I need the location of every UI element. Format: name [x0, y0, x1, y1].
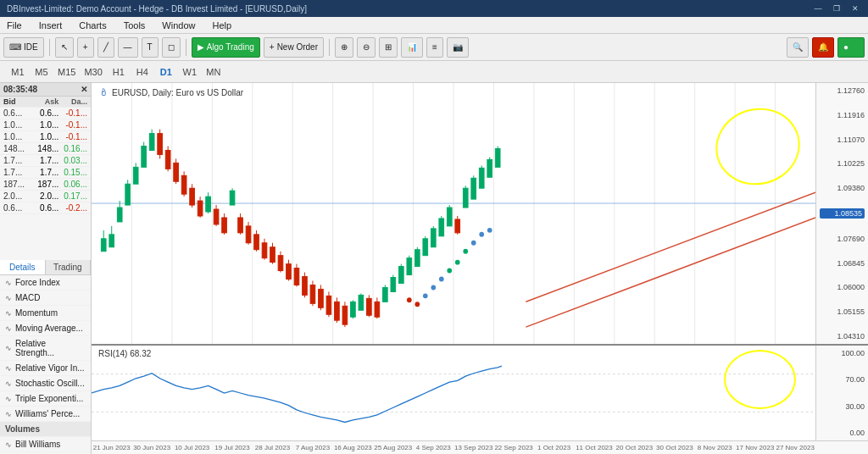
indicator-icon: ∿: [5, 395, 12, 403]
watch-row[interactable]: 148... 148... 0.16...: [0, 143, 91, 155]
rsi-chart: RSI(14) 68.32 100.00: [92, 346, 868, 440]
watch-row[interactable]: 187... 187... 0.06...: [0, 179, 91, 191]
time-1: 21 Jun 2023: [92, 444, 131, 451]
toolbar-shape-btn[interactable]: ◻: [162, 37, 181, 58]
svg-rect-98: [407, 258, 412, 275]
price-07690: 1.07690: [820, 235, 865, 243]
candlestick-chart-svg: [92, 83, 815, 344]
time-9: 4 Sep 2023: [414, 444, 453, 451]
watch-row[interactable]: 1.7... 1.7... 0.03...: [0, 155, 91, 167]
svg-rect-46: [198, 201, 203, 216]
menu-bar: File Insert Charts Tools Window Help: [0, 17, 868, 34]
toolbar-hline-btn[interactable]: —: [118, 37, 138, 58]
time-4: 19 Jul 2023: [212, 444, 252, 451]
time-6: 7 Aug 2023: [292, 444, 332, 451]
alert-btn[interactable]: 🔔: [812, 37, 834, 58]
nav-indicator-item[interactable]: ∿Triple Exponenti...: [0, 391, 91, 407]
watch-row[interactable]: 0.6... 0.6... -0.1...: [0, 108, 91, 119]
toolbar-cursor-btn[interactable]: ↖: [55, 37, 74, 58]
tf-m15[interactable]: M15: [54, 64, 79, 80]
rsi-0: 0.00: [820, 429, 865, 437]
svg-rect-54: [222, 218, 227, 233]
status-btn[interactable]: ●: [837, 37, 865, 58]
toolbar-text-btn[interactable]: T: [142, 37, 159, 58]
nav-indicator-item[interactable]: ∿Relative Vigor In...: [0, 361, 91, 376]
nav-indicator-item[interactable]: ∿Moving Average...: [0, 321, 91, 336]
menu-tools[interactable]: Tools: [120, 20, 149, 30]
toolbar-ide-btn[interactable]: ⌨ IDE: [3, 37, 44, 58]
watch-row[interactable]: 1.0... 1.0... -0.1...: [0, 131, 91, 143]
nav-indicator-item[interactable]: ∿MACD: [0, 291, 91, 306]
watchlist-column-headers: Bid Ask Da...: [0, 97, 91, 108]
svg-rect-120: [495, 148, 500, 167]
indicator-icon: ∿: [5, 440, 12, 449]
tab-trading[interactable]: Trading: [46, 260, 92, 274]
indicator-label: Relative Strength...: [15, 339, 86, 357]
algo-trading-btn[interactable]: ▶ Algo Trading: [192, 37, 260, 58]
toolbar-crosshair-btn[interactable]: +: [77, 37, 94, 58]
chart-type-btn[interactable]: ⊞: [379, 37, 398, 58]
toolbar-line-btn[interactable]: ╱: [97, 37, 114, 58]
svg-rect-102: [423, 239, 428, 256]
search-btn[interactable]: 🔍: [787, 37, 809, 58]
svg-rect-70: [294, 269, 299, 285]
nav-indicator-item[interactable]: ∿Williams' Perce...: [0, 407, 91, 422]
nav-indicator-item[interactable]: ∿Bill Williams: [0, 437, 91, 452]
watch-row[interactable]: 1.7... 1.7... 0.15...: [0, 167, 91, 179]
nav-indicator-item[interactable]: ∿Stochastic Oscill...: [0, 376, 91, 391]
time-8: 25 Aug 2023: [373, 444, 413, 451]
price-09380: 1.09380: [820, 184, 865, 192]
tf-m5[interactable]: M5: [31, 64, 53, 80]
indicator-icon: ∿: [5, 410, 12, 418]
watch-row[interactable]: 2.0... 2.0... 0.17...: [0, 191, 91, 202]
zoom-out-btn[interactable]: ⊖: [357, 37, 376, 58]
watchlist-close-icon[interactable]: ✕: [81, 85, 87, 94]
svg-rect-66: [278, 256, 283, 271]
nav-indicator-item[interactable]: ∿Force Index: [0, 275, 91, 291]
tf-h1[interactable]: H1: [108, 64, 130, 80]
screenshot-btn[interactable]: 📷: [447, 37, 469, 58]
nav-category[interactable]: Volumes: [0, 422, 91, 437]
indicator-label: Williams' Perce...: [15, 409, 80, 418]
svg-rect-22: [101, 239, 106, 252]
tf-m1[interactable]: M1: [7, 64, 29, 80]
close-button[interactable]: ✕: [849, 3, 861, 14]
menu-window[interactable]: Window: [159, 20, 198, 30]
indicators-btn[interactable]: 📊: [401, 37, 423, 58]
indicator-icon: ∿: [5, 324, 12, 333]
svg-rect-92: [382, 287, 387, 302]
menu-help[interactable]: Help: [209, 20, 235, 30]
indicator-label: Relative Vigor In...: [15, 363, 85, 373]
price-05155: 1.05155: [820, 307, 865, 316]
tf-d1[interactable]: D1: [155, 64, 177, 80]
toolbar-sep-2: [186, 39, 186, 56]
main-chart[interactable]: 🕯 EURUSD, Daily: Euro vs US Dollar: [92, 83, 868, 346]
time-5: 28 Jul 2023: [253, 444, 292, 451]
zoom-in-btn[interactable]: ⊕: [335, 37, 353, 58]
svg-rect-76: [319, 289, 324, 307]
tf-mn[interactable]: MN: [203, 64, 225, 80]
restore-button[interactable]: ❐: [831, 3, 843, 14]
rsi-label: RSI(14) 68.32: [98, 349, 151, 358]
svg-rect-32: [142, 147, 147, 168]
svg-rect-34: [149, 134, 154, 151]
menu-charts[interactable]: Charts: [75, 20, 109, 30]
minimize-button[interactable]: —: [812, 3, 824, 14]
toolbar-sep-1: [49, 39, 50, 56]
tab-details[interactable]: Details: [0, 260, 46, 274]
time-13: 11 Oct 2023: [574, 444, 614, 451]
tf-m30[interactable]: M30: [81, 64, 105, 80]
menu-file[interactable]: File: [3, 20, 25, 30]
tf-h4[interactable]: H4: [131, 64, 153, 80]
nav-indicator-item[interactable]: ∿Relative Strength...: [0, 336, 91, 361]
watch-row[interactable]: 1.0... 1.0... -0.1...: [0, 119, 91, 131]
nav-indicator-item[interactable]: ∿Momentum: [0, 306, 91, 321]
menu-insert[interactable]: Insert: [36, 20, 66, 30]
objects-btn[interactable]: ≡: [426, 37, 443, 58]
new-order-btn[interactable]: + New Order: [264, 37, 324, 58]
time-15: 30 Oct 2023: [654, 444, 694, 451]
watch-row[interactable]: 0.6... 0.6... -0.2...: [0, 202, 91, 214]
indicator-label: Stochastic Oscill...: [15, 379, 85, 388]
tf-w1[interactable]: W1: [179, 64, 201, 80]
svg-rect-112: [463, 188, 468, 208]
